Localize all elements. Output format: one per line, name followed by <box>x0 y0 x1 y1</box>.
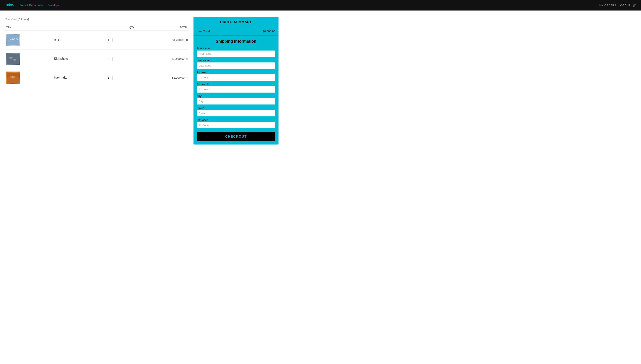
col-item: ITEM <box>5 24 53 31</box>
qty-input-btc[interactable] <box>104 38 113 42</box>
logo[interactable] <box>5 2 15 9</box>
first-name-label: First Name* <box>197 47 275 50</box>
address-label: Address* <box>197 71 275 74</box>
item-price-side: $2,600.00 <box>172 57 184 60</box>
cart-section: Your Cart (4 Items) ITEM QTY TOTAL <box>5 17 189 144</box>
state-label: State* <box>197 106 275 110</box>
btc-image-svg <box>7 35 19 45</box>
table-row: Sideshow $2,600.00 × <box>5 50 189 68</box>
navbar-right: MY ORDERS LOGOUT 🛒 <box>599 4 636 7</box>
state-input[interactable] <box>197 110 275 116</box>
side-image-svg <box>7 54 19 64</box>
last-name-label: Last Name* <box>197 59 275 62</box>
item-total-cell-btc: $1,200.00 × <box>135 31 189 50</box>
logout-link[interactable]: LOGOUT <box>619 4 630 7</box>
item-name-btc: BTC <box>53 31 103 50</box>
zipcode-label: ZipCode* <box>197 118 275 122</box>
order-summary: ORDER SUMMARY Item Total $6,000.00 Shipp… <box>193 17 279 144</box>
shipping-info: Shipping Information First Name* Last Na… <box>193 36 279 144</box>
col-qty: QTY <box>103 24 135 31</box>
item-name-hay: Haymaker <box>53 68 103 87</box>
cart-title-text: Your Cart <box>5 18 17 21</box>
svg-point-2 <box>10 4 10 4</box>
first-name-group: First Name* <box>197 47 275 57</box>
logo-icon <box>5 2 15 9</box>
address-input[interactable] <box>197 74 275 81</box>
table-row: BTC $1,200.00 × <box>5 31 189 50</box>
col-total: TOTAL <box>135 24 189 31</box>
my-orders-link[interactable]: MY ORDERS <box>599 4 616 7</box>
navbar-links: Suits & Parachutes Developer <box>20 4 599 7</box>
suits-parachutes-link[interactable]: Suits & Parachutes <box>20 4 44 7</box>
remove-side-button[interactable]: × <box>186 57 188 60</box>
main-content: Your Cart (4 Items) ITEM QTY TOTAL <box>0 10 283 151</box>
hay-image-svg <box>7 72 19 83</box>
city-input[interactable] <box>197 98 275 104</box>
address2-input[interactable] <box>197 86 275 92</box>
item-total-label: Item Total <box>197 30 210 33</box>
city-label: City* <box>197 94 275 98</box>
item-qty-side <box>103 50 135 68</box>
developer-link[interactable]: Developer <box>48 4 61 7</box>
item-image-hay <box>6 72 20 84</box>
table-row: Haymaker $2,200.00 × <box>5 68 189 87</box>
item-image-side <box>6 53 20 65</box>
cart-icon[interactable]: 🛒 <box>633 4 636 7</box>
item-qty-btc <box>103 31 135 50</box>
last-name-input[interactable] <box>197 62 275 69</box>
svg-point-1 <box>9 4 10 4</box>
qty-input-side[interactable] <box>104 57 113 61</box>
svg-rect-5 <box>7 54 19 64</box>
address2-group: Address 2 <box>197 83 275 92</box>
remove-btc-button[interactable]: × <box>186 38 188 42</box>
item-price-hay: $2,200.00 <box>172 76 184 79</box>
city-group: City* <box>197 94 275 104</box>
qty-input-hay[interactable] <box>104 76 113 80</box>
address2-label: Address 2 <box>197 83 275 86</box>
order-summary-header: ORDER SUMMARY <box>193 17 279 27</box>
item-image-cell <box>5 50 53 68</box>
item-total-value: $6,000.00 <box>263 30 275 33</box>
cart-title: Your Cart (4 Items) <box>5 17 189 21</box>
cart-table: ITEM QTY TOTAL <box>5 24 189 87</box>
zipcode-input[interactable] <box>197 122 275 128</box>
item-image-cell <box>5 68 53 87</box>
svg-point-0 <box>9 4 11 6</box>
remove-hay-button[interactable]: × <box>186 76 188 79</box>
first-name-input[interactable] <box>197 50 275 57</box>
item-name-side: Sideshow <box>53 50 103 68</box>
shipping-title: Shipping Information <box>197 39 275 44</box>
last-name-group: Last Name* <box>197 59 275 69</box>
state-group: State* <box>197 106 275 116</box>
item-image-btc <box>6 34 20 46</box>
item-image-cell <box>5 31 53 50</box>
navbar: Suits & Parachutes Developer MY ORDERS L… <box>0 0 641 10</box>
item-total-cell-side: $2,600.00 × <box>135 50 189 68</box>
item-total-cell-hay: $2,200.00 × <box>135 68 189 87</box>
item-qty-hay <box>103 68 135 87</box>
cart-count: (4 Items) <box>18 18 29 21</box>
zipcode-group: ZipCode* <box>197 118 275 128</box>
item-price-btc: $1,200.00 <box>172 38 184 42</box>
item-total-row: Item Total $6,000.00 <box>193 27 279 36</box>
col-item-name <box>53 24 103 31</box>
checkout-button[interactable]: CHECKOUT <box>197 132 275 141</box>
address-group: Address* <box>197 71 275 81</box>
